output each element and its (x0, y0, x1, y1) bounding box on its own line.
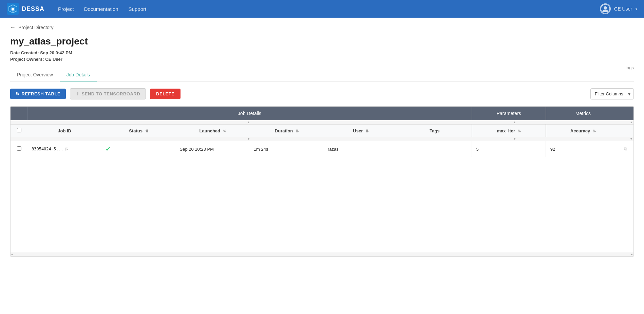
job-id-value: 83954024-5... (32, 147, 63, 151)
max-iter-sort-icon[interactable]: ⇅ (518, 129, 521, 133)
tabs: Project Overview Job Details (10, 69, 634, 81)
select-all-checkbox-header (11, 125, 27, 137)
column-headers-row: Job ID Status ⇅ Launched ⇅ Duration ⇅ (11, 125, 633, 137)
row-checkbox-cell (11, 141, 27, 157)
col-job-id-label: Job ID (58, 128, 71, 133)
row-actions: ⧉ (620, 141, 633, 157)
accuracy-sort-icon[interactable]: ⇅ (593, 129, 596, 133)
row-duration-value: 1m 24s (254, 147, 268, 152)
row-max-iter: 5 (472, 141, 546, 157)
row-accuracy-value: 92 (550, 147, 555, 152)
delete-button[interactable]: DELETE (150, 89, 181, 99)
row-max-iter-value: 5 (476, 147, 479, 152)
filter-columns-wrapper: Filter Columns (590, 88, 634, 99)
breadcrumb: ← Project Directory (10, 24, 634, 31)
row-user-value: razas (328, 147, 339, 152)
status-success-icon: ✔ (106, 146, 111, 152)
col-job-id: Job ID (27, 125, 101, 137)
row-launched-value: Sep 20 10:23 PM (180, 147, 214, 152)
owners-value: CE User (45, 57, 62, 62)
tab-job-details[interactable]: Job Details (60, 69, 97, 81)
nav-project[interactable]: Project (58, 6, 74, 12)
filter-columns-select[interactable]: Filter Columns (590, 88, 634, 99)
project-date-created: Date Created: Sep 20 9:42 PM (10, 50, 634, 55)
delete-label: DELETE (156, 91, 174, 96)
col-duration-label: Duration (275, 128, 293, 133)
logo[interactable]: DESSA (7, 3, 44, 15)
send-to-tensorboard-button[interactable]: ⬆ SEND TO TENSORBOARD (70, 88, 146, 99)
breadcrumb-label[interactable]: Project Directory (18, 25, 53, 30)
copy-icon[interactable]: ⎘ (65, 147, 68, 152)
col-max-iter-label: max_iter (497, 128, 515, 133)
navbar: DESSA Project Documentation Support CE U… (0, 0, 644, 18)
section-parameters: Parameters (472, 107, 546, 120)
col-user-label: User (353, 128, 363, 133)
col-max-iter: max_iter ⇅ (472, 125, 546, 137)
col-launched: Launched ⇅ (176, 125, 250, 137)
col-launched-label: Launched (200, 128, 220, 133)
col-user: User ⇅ (324, 125, 398, 137)
owners-label: Project Owners: (10, 57, 44, 62)
date-created-value: Sep 20 9:42 PM (40, 50, 72, 55)
bottom-scroll-row: ◂ ▸ (11, 252, 633, 256)
refresh-label: REFRESH TABLE (22, 91, 61, 96)
tensorboard-icon: ⬆ (76, 91, 80, 96)
logo-text: DESSA (22, 5, 44, 13)
col-accuracy-label: Accuracy (570, 128, 590, 133)
duration-sort-icon[interactable]: ⇅ (296, 129, 299, 133)
launched-sort-icon[interactable]: ⇅ (223, 129, 226, 133)
jobs-table: Job Details Parameters Metrics ▲ ▲ ▲ (10, 106, 634, 257)
row-duration: 1m 24s (250, 141, 324, 157)
scroll-up-row: ▲ ▲ ▲ (11, 120, 633, 125)
scroll-down-row: ▼ ▼ ▼ (11, 137, 633, 141)
nav-documentation[interactable]: Documentation (84, 6, 118, 12)
col-status-label: Status (129, 128, 143, 133)
col-accuracy: Accuracy ⇅ (546, 125, 620, 137)
back-arrow-icon[interactable]: ← (10, 24, 16, 31)
section-metrics: Metrics (546, 107, 620, 120)
status-sort-icon[interactable]: ⇅ (145, 129, 148, 133)
table-row: 83954024-5... ⎘ ✔ Sep 20 10:23 PM 1m 24s (11, 141, 633, 157)
table-section-header-row: Job Details Parameters Metrics (11, 107, 633, 120)
row-job-id: 83954024-5... ⎘ (27, 141, 101, 157)
svg-point-3 (12, 8, 14, 11)
row-launched: Sep 20 10:23 PM (176, 141, 250, 157)
tensorboard-label: SEND TO TENSORBOARD (82, 91, 140, 96)
col-actions (620, 125, 633, 137)
tags-label: tags (625, 65, 634, 70)
row-status: ✔ (101, 141, 175, 157)
svg-point-5 (604, 6, 607, 10)
row-accuracy: 92 (546, 141, 620, 157)
user-sort-icon[interactable]: ⇅ (365, 129, 368, 133)
row-user: razas (324, 141, 398, 157)
col-duration: Duration ⇅ (250, 125, 324, 137)
refresh-table-button[interactable]: ↻ REFRESH TABLE (10, 89, 66, 99)
empty-row (11, 157, 633, 252)
jobs-table-inner: Job Details Parameters Metrics ▲ ▲ ▲ (11, 107, 633, 256)
col-tags: Tags (398, 125, 472, 137)
refresh-icon: ↻ (16, 91, 20, 96)
main-content: ← Project Directory my_atlas_project Dat… (0, 18, 644, 314)
nav-user: CE User ▾ (600, 3, 637, 14)
row-checkbox[interactable] (17, 146, 21, 151)
external-link-icon[interactable]: ⧉ (624, 146, 627, 151)
nav-links: Project Documentation Support (58, 6, 146, 12)
project-title: my_atlas_project (10, 36, 634, 47)
nav-support[interactable]: Support (129, 6, 147, 12)
section-job-details: Job Details (27, 107, 472, 120)
project-owners: Project Owners: CE User (10, 57, 634, 62)
user-name: CE User (614, 6, 632, 12)
row-tags (398, 141, 472, 157)
col-tags-label: Tags (430, 128, 439, 133)
date-created-label: Date Created: (10, 50, 39, 55)
col-status: Status ⇅ (101, 125, 175, 137)
select-all-checkbox[interactable] (17, 128, 21, 132)
toolbar: ↻ REFRESH TABLE ⬆ SEND TO TENSORBOARD DE… (10, 88, 634, 99)
tab-project-overview[interactable]: Project Overview (10, 69, 60, 81)
user-dropdown-icon[interactable]: ▾ (636, 7, 637, 11)
user-avatar (600, 3, 611, 14)
